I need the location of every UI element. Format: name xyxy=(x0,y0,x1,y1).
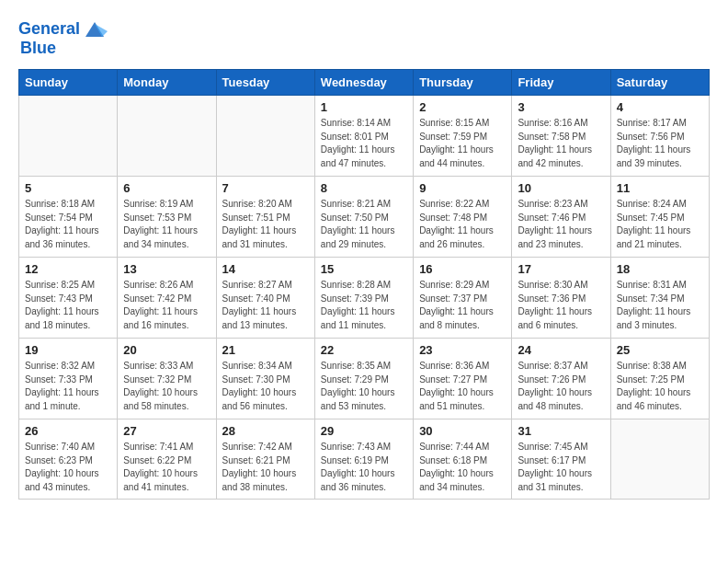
day-info: Sunrise: 8:31 AM Sunset: 7:34 PM Dayligh… xyxy=(617,279,703,332)
day-info: Sunrise: 8:37 AM Sunset: 7:26 PM Dayligh… xyxy=(518,360,604,413)
day-number: 30 xyxy=(419,424,506,438)
day-info: Sunrise: 8:24 AM Sunset: 7:45 PM Dayligh… xyxy=(617,198,703,251)
day-of-week-header: Sunday xyxy=(19,70,118,96)
calendar-cell: 7Sunrise: 8:20 AM Sunset: 7:51 PM Daylig… xyxy=(216,177,314,258)
logo-general: General xyxy=(18,20,80,39)
calendar-cell: 20Sunrise: 8:33 AM Sunset: 7:32 PM Dayli… xyxy=(118,339,216,419)
calendar: SundayMondayTuesdayWednesdayThursdayFrid… xyxy=(18,69,710,500)
calendar-cell: 22Sunrise: 8:35 AM Sunset: 7:29 PM Dayli… xyxy=(314,339,413,419)
day-info: Sunrise: 8:21 AM Sunset: 7:50 PM Dayligh… xyxy=(321,198,407,251)
day-number: 21 xyxy=(222,343,309,357)
day-info: Sunrise: 8:25 AM Sunset: 7:43 PM Dayligh… xyxy=(25,279,111,332)
day-info: Sunrise: 7:43 AM Sunset: 6:19 PM Dayligh… xyxy=(321,441,407,494)
days-of-week-row: SundayMondayTuesdayWednesdayThursdayFrid… xyxy=(19,70,710,96)
calendar-cell: 29Sunrise: 7:43 AM Sunset: 6:19 PM Dayli… xyxy=(314,419,413,500)
day-number: 19 xyxy=(25,343,111,357)
day-info: Sunrise: 8:33 AM Sunset: 7:32 PM Dayligh… xyxy=(123,360,210,413)
calendar-cell xyxy=(610,419,709,500)
day-info: Sunrise: 8:38 AM Sunset: 7:25 PM Dayligh… xyxy=(617,360,703,413)
day-number: 15 xyxy=(321,262,407,276)
calendar-week-row: 19Sunrise: 8:32 AM Sunset: 7:33 PM Dayli… xyxy=(19,339,710,419)
calendar-cell: 24Sunrise: 8:37 AM Sunset: 7:26 PM Dayli… xyxy=(512,339,610,419)
day-number: 23 xyxy=(419,343,506,357)
day-info: Sunrise: 8:26 AM Sunset: 7:42 PM Dayligh… xyxy=(123,279,210,332)
calendar-cell xyxy=(216,96,314,177)
day-number: 26 xyxy=(25,424,111,438)
calendar-cell: 15Sunrise: 8:28 AM Sunset: 7:39 PM Dayli… xyxy=(314,258,413,339)
calendar-cell xyxy=(118,96,216,177)
day-info: Sunrise: 8:15 AM Sunset: 7:59 PM Dayligh… xyxy=(419,117,506,170)
day-number: 1 xyxy=(321,100,407,114)
day-of-week-header: Friday xyxy=(512,70,610,96)
day-number: 27 xyxy=(123,424,210,438)
day-info: Sunrise: 8:32 AM Sunset: 7:33 PM Dayligh… xyxy=(25,360,111,413)
day-info: Sunrise: 8:14 AM Sunset: 8:01 PM Dayligh… xyxy=(321,117,407,170)
calendar-cell: 26Sunrise: 7:40 AM Sunset: 6:23 PM Dayli… xyxy=(19,419,118,500)
calendar-cell: 25Sunrise: 8:38 AM Sunset: 7:25 PM Dayli… xyxy=(610,339,709,419)
day-info: Sunrise: 7:44 AM Sunset: 6:18 PM Dayligh… xyxy=(419,441,506,494)
calendar-cell: 4Sunrise: 8:17 AM Sunset: 7:56 PM Daylig… xyxy=(610,96,709,177)
day-number: 6 xyxy=(123,181,210,195)
day-info: Sunrise: 7:45 AM Sunset: 6:17 PM Dayligh… xyxy=(518,441,604,494)
day-number: 24 xyxy=(518,343,604,357)
day-info: Sunrise: 8:18 AM Sunset: 7:54 PM Dayligh… xyxy=(25,198,111,251)
day-info: Sunrise: 7:42 AM Sunset: 6:21 PM Dayligh… xyxy=(222,441,309,494)
calendar-cell: 8Sunrise: 8:21 AM Sunset: 7:50 PM Daylig… xyxy=(314,177,413,258)
calendar-cell: 3Sunrise: 8:16 AM Sunset: 7:58 PM Daylig… xyxy=(512,96,610,177)
calendar-cell: 13Sunrise: 8:26 AM Sunset: 7:42 PM Dayli… xyxy=(118,258,216,339)
day-number: 12 xyxy=(25,262,111,276)
calendar-cell: 30Sunrise: 7:44 AM Sunset: 6:18 PM Dayli… xyxy=(414,419,512,500)
day-of-week-header: Tuesday xyxy=(216,70,314,96)
calendar-cell: 18Sunrise: 8:31 AM Sunset: 7:34 PM Dayli… xyxy=(610,258,709,339)
calendar-cell: 9Sunrise: 8:22 AM Sunset: 7:48 PM Daylig… xyxy=(414,177,512,258)
day-of-week-header: Thursday xyxy=(414,70,512,96)
day-of-week-header: Saturday xyxy=(610,70,709,96)
logo: General Blue xyxy=(18,17,108,58)
calendar-cell: 2Sunrise: 8:15 AM Sunset: 7:59 PM Daylig… xyxy=(414,96,512,177)
calendar-cell: 16Sunrise: 8:29 AM Sunset: 7:37 PM Dayli… xyxy=(414,258,512,339)
day-info: Sunrise: 8:27 AM Sunset: 7:40 PM Dayligh… xyxy=(222,279,309,332)
calendar-cell: 23Sunrise: 8:36 AM Sunset: 7:27 PM Dayli… xyxy=(414,339,512,419)
day-number: 22 xyxy=(321,343,407,357)
logo-icon xyxy=(82,17,108,42)
day-info: Sunrise: 8:30 AM Sunset: 7:36 PM Dayligh… xyxy=(518,279,604,332)
calendar-week-row: 12Sunrise: 8:25 AM Sunset: 7:43 PM Dayli… xyxy=(19,258,710,339)
day-number: 7 xyxy=(222,181,309,195)
calendar-cell: 21Sunrise: 8:34 AM Sunset: 7:30 PM Dayli… xyxy=(216,339,314,419)
day-of-week-header: Wednesday xyxy=(314,70,413,96)
day-info: Sunrise: 8:19 AM Sunset: 7:53 PM Dayligh… xyxy=(123,198,210,251)
day-info: Sunrise: 7:41 AM Sunset: 6:22 PM Dayligh… xyxy=(123,441,210,494)
day-number: 8 xyxy=(321,181,407,195)
calendar-cell: 28Sunrise: 7:42 AM Sunset: 6:21 PM Dayli… xyxy=(216,419,314,500)
calendar-cell: 10Sunrise: 8:23 AM Sunset: 7:46 PM Dayli… xyxy=(512,177,610,258)
day-info: Sunrise: 8:22 AM Sunset: 7:48 PM Dayligh… xyxy=(419,198,506,251)
day-number: 31 xyxy=(518,424,604,438)
day-number: 28 xyxy=(222,424,309,438)
day-number: 3 xyxy=(518,100,604,114)
day-of-week-header: Monday xyxy=(118,70,216,96)
day-info: Sunrise: 7:40 AM Sunset: 6:23 PM Dayligh… xyxy=(25,441,111,494)
day-info: Sunrise: 8:16 AM Sunset: 7:58 PM Dayligh… xyxy=(518,117,604,170)
day-number: 17 xyxy=(518,262,604,276)
day-number: 13 xyxy=(123,262,210,276)
calendar-cell: 6Sunrise: 8:19 AM Sunset: 7:53 PM Daylig… xyxy=(118,177,216,258)
day-info: Sunrise: 8:23 AM Sunset: 7:46 PM Dayligh… xyxy=(518,198,604,251)
day-info: Sunrise: 8:35 AM Sunset: 7:29 PM Dayligh… xyxy=(321,360,407,413)
calendar-week-row: 5Sunrise: 8:18 AM Sunset: 7:54 PM Daylig… xyxy=(19,177,710,258)
day-number: 11 xyxy=(617,181,703,195)
day-number: 29 xyxy=(321,424,407,438)
calendar-cell: 11Sunrise: 8:24 AM Sunset: 7:45 PM Dayli… xyxy=(610,177,709,258)
day-number: 25 xyxy=(617,343,703,357)
day-info: Sunrise: 8:28 AM Sunset: 7:39 PM Dayligh… xyxy=(321,279,407,332)
calendar-week-row: 26Sunrise: 7:40 AM Sunset: 6:23 PM Dayli… xyxy=(19,419,710,500)
calendar-week-row: 1Sunrise: 8:14 AM Sunset: 8:01 PM Daylig… xyxy=(19,96,710,177)
day-number: 18 xyxy=(617,262,703,276)
header: General Blue xyxy=(18,17,710,58)
day-number: 16 xyxy=(419,262,506,276)
day-info: Sunrise: 8:29 AM Sunset: 7:37 PM Dayligh… xyxy=(419,279,506,332)
day-number: 20 xyxy=(123,343,210,357)
day-number: 9 xyxy=(419,181,506,195)
day-number: 14 xyxy=(222,262,309,276)
day-number: 2 xyxy=(419,100,506,114)
calendar-cell: 17Sunrise: 8:30 AM Sunset: 7:36 PM Dayli… xyxy=(512,258,610,339)
